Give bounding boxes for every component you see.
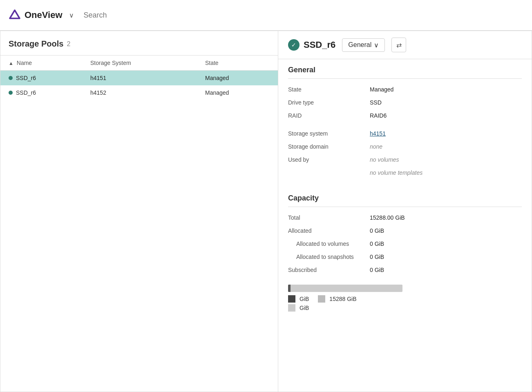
- legend-allocated-value: GiB: [300, 296, 309, 302]
- prop-value-raid: RAID6: [370, 111, 522, 120]
- left-panel: Storage Pools 2 ▲ Name Storage System St…: [0, 31, 278, 392]
- logo-area: OneView ∨: [8, 9, 74, 22]
- search-input[interactable]: [84, 11, 165, 20]
- section-selector-button[interactable]: General ∨: [342, 38, 385, 52]
- legend-swatch-dark: [288, 295, 295, 303]
- prop-value-subscribed: 0 GiB: [370, 265, 522, 275]
- capacity-legend: GiB 15288 GiB GiB: [288, 295, 522, 312]
- capacity-bar: [288, 285, 402, 292]
- panel-title: Storage Pools 2: [0, 39, 278, 55]
- app-header: OneView ∨: [0, 0, 532, 31]
- capacity-property-grid: Total 15288.00 GiB Allocated 0 GiB Alloc…: [288, 213, 522, 275]
- storage-pools-table: ▲ Name Storage System State SSD_r6 h41: [0, 55, 278, 100]
- panel-count: 2: [67, 40, 70, 48]
- table-row[interactable]: SSD_r6 h4152 Managed: [0, 85, 278, 100]
- status-ok-icon: ✓: [288, 39, 300, 51]
- oneview-logo-icon: [8, 9, 21, 22]
- prop-label-used-by: Used by: [288, 155, 370, 165]
- prop-label-allocated-volumes: Allocated to volumes: [288, 239, 370, 249]
- app-menu-chevron-icon[interactable]: ∨: [69, 11, 74, 19]
- main-container: Storage Pools 2 ▲ Name Storage System St…: [0, 31, 532, 392]
- prop-value-allocated: 0 GiB: [370, 226, 522, 236]
- prop-value-drive-type: SSD: [370, 98, 522, 107]
- prop-value-used-by-volumes: no volumes: [370, 155, 522, 165]
- search-area[interactable]: [84, 11, 165, 20]
- general-section: General State Managed Drive type SSD RAI…: [288, 59, 522, 178]
- prop-value-allocated-snapshots: 0 GiB: [370, 252, 522, 262]
- prop-value-state: Managed: [370, 85, 522, 94]
- sort-asc-icon: ▲: [9, 60, 13, 66]
- table-header-row: ▲ Name Storage System State: [0, 56, 278, 71]
- detail-title: SSD_r6: [304, 40, 335, 50]
- cell-name: SSD_r6: [0, 71, 82, 86]
- prop-value-storage-domain: none: [370, 142, 522, 151]
- cell-state: Managed: [197, 85, 278, 100]
- prop-label-storage-system: Storage system: [288, 129, 370, 138]
- detail-header: ✓ SSD_r6 General ∨ ⇄: [278, 31, 532, 59]
- checkmark-icon: ✓: [291, 42, 296, 48]
- status-dot-green: [9, 91, 13, 95]
- cell-state: Managed: [197, 71, 278, 86]
- section-selector-chevron-icon: ∨: [374, 41, 379, 49]
- prop-label-total: Total: [288, 213, 370, 223]
- prop-label-allocated-snapshots: Allocated to snapshots: [288, 252, 370, 262]
- legend-row-allocated: GiB 15288 GiB: [288, 295, 522, 303]
- table-row[interactable]: SSD_r6 h4151 Managed: [0, 71, 278, 86]
- col-name-label: Name: [17, 60, 32, 66]
- col-header-storage-system[interactable]: Storage System: [82, 56, 197, 71]
- refresh-button[interactable]: ⇄: [391, 38, 406, 52]
- legend-swatch-light: [318, 295, 325, 303]
- legend-total-value: 15288 GiB: [329, 296, 356, 302]
- prop-label-subscribed: Subscribed: [288, 265, 370, 275]
- capacity-bar-used: [288, 285, 291, 292]
- prop-label-drive-type: Drive type: [288, 98, 370, 107]
- general-property-grid: State Managed Drive type SSD RAID RAID6 …: [288, 85, 522, 178]
- cell-storage-system: h4151: [82, 71, 197, 86]
- detail-title-area: ✓ SSD_r6: [288, 39, 335, 51]
- section-selector-label: General: [348, 41, 371, 49]
- prop-value-used-by-templates: no volume templates: [370, 168, 522, 178]
- legend-subscribed-value: GiB: [300, 305, 309, 311]
- prop-value-total: 15288.00 GiB: [370, 213, 522, 223]
- right-panel: ✓ SSD_r6 General ∨ ⇄ General State Manag…: [278, 31, 532, 392]
- prop-label-raid: RAID: [288, 111, 370, 120]
- panel-title-text: Storage Pools: [9, 39, 63, 49]
- col-header-state[interactable]: State: [197, 56, 278, 71]
- prop-label-used-by-empty: [288, 168, 370, 178]
- status-dot-green: [9, 76, 13, 80]
- prop-label-allocated: Allocated: [288, 226, 370, 236]
- prop-value-storage-system[interactable]: h4151: [370, 129, 522, 138]
- cell-name: SSD_r6: [0, 85, 82, 100]
- detail-content: General State Managed Drive type SSD RAI…: [278, 59, 532, 331]
- prop-label-state: State: [288, 85, 370, 94]
- cell-storage-system: h4152: [82, 85, 197, 100]
- prop-value-allocated-volumes: 0 GiB: [370, 239, 522, 249]
- legend-swatch-lighter: [288, 304, 295, 312]
- capacity-section-heading: Capacity: [288, 187, 522, 207]
- general-section-heading: General: [288, 59, 522, 79]
- row-name-value: SSD_r6: [16, 75, 36, 81]
- prop-label-storage-domain: Storage domain: [288, 142, 370, 151]
- svg-marker-0: [10, 10, 20, 18]
- refresh-icon: ⇄: [396, 41, 402, 49]
- col-header-name[interactable]: ▲ Name: [0, 56, 82, 71]
- legend-row-subscribed: GiB: [288, 304, 522, 312]
- capacity-section: Capacity Total 15288.00 GiB Allocated 0 …: [288, 187, 522, 312]
- row-name-value: SSD_r6: [16, 89, 36, 96]
- app-title: OneView: [25, 10, 63, 20]
